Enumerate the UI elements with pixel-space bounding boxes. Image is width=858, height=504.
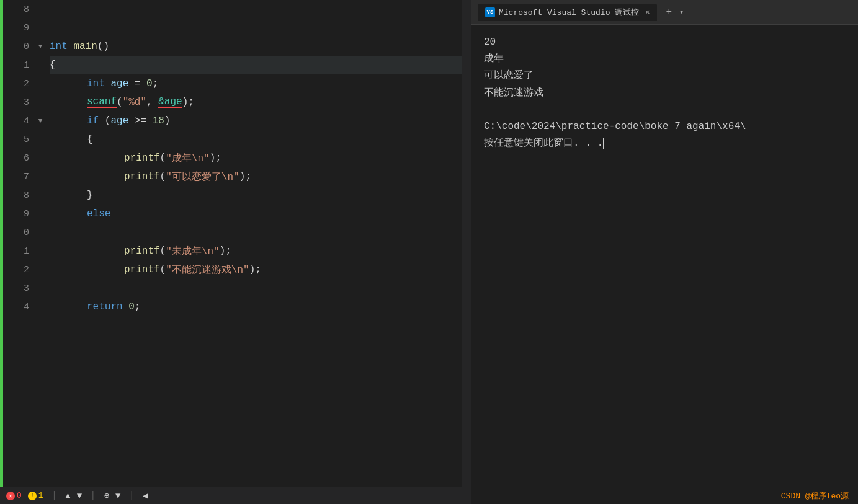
paren-if-close: ) (164, 115, 171, 126)
collapse-cell-12 (34, 205, 47, 223)
toolbar-divider-3: | (129, 490, 135, 502)
collapse-column: ▼ ▼ (34, 0, 47, 487)
num-zero-return: 0 (128, 301, 135, 312)
output-line-5 (484, 102, 846, 118)
collapse-arrow-if[interactable]: ▼ (34, 112, 47, 130)
brace-if-open: { (87, 134, 93, 145)
code-content: 8 9 0 1 2 3 4 5 6 7 8 9 0 1 2 3 4 (0, 0, 471, 487)
scroll-left-btn[interactable]: ◀ (143, 490, 148, 501)
line-num-7: 7 (3, 167, 29, 186)
line-numbers: 8 9 0 1 2 3 4 5 6 7 8 9 0 1 2 3 4 (3, 0, 34, 487)
scroll-up-btn[interactable]: ▲ (65, 491, 70, 501)
str-chengnian: "成年\n" (166, 152, 209, 165)
paren-main: () (97, 41, 109, 52)
op-gte: >= (135, 115, 146, 126)
collapse-cell-16 (34, 279, 47, 298)
line-num-1: 1 (3, 56, 29, 74)
collapse-cell-8 (34, 130, 47, 149)
collapse-cell-13 (34, 223, 47, 242)
output-line-1: 20 (484, 34, 846, 51)
tab-add-btn[interactable]: + (666, 7, 672, 18)
fn-printf-1: printf (124, 153, 160, 164)
line-num-2b: 2 (3, 260, 29, 279)
op-assign: = (135, 78, 141, 89)
collapse-cell-11 (34, 186, 47, 205)
bottom-toolbar: ✕ 0 ! 1 | ▲ ▼ | ⊕ ▼ | ◀ (0, 487, 471, 504)
keyword-if: if (87, 115, 99, 126)
paren-p3-open: ( (160, 245, 166, 257)
tab-close-btn[interactable]: ✕ (645, 7, 650, 17)
collapse-cell-4 (34, 56, 47, 74)
terminal-cursor (603, 138, 604, 149)
code-line-printf-2: printf("可以恋爱了\n"); (50, 167, 462, 186)
str-game: "不能沉迷游戏\n" (166, 263, 249, 276)
code-editor: 8 9 0 1 2 3 4 5 6 7 8 9 0 1 2 3 4 (0, 0, 471, 504)
line-num-4b: 4 (3, 298, 29, 316)
code-line-else: else (50, 205, 462, 223)
code-line-open-brace-main: { (50, 56, 462, 74)
line-num-4: 4 (3, 112, 29, 130)
line-num-5: 5 (3, 130, 29, 149)
vs-icon-text: VS (487, 9, 494, 15)
paren-scanf-close: ); (182, 97, 194, 108)
warning-icon: ! (28, 492, 37, 500)
function-name-main: main (73, 41, 97, 52)
tab-dropdown-btn[interactable]: ▾ (679, 7, 684, 17)
output-line-2: 成年 (484, 51, 846, 68)
line-num-9b: 9 (3, 205, 29, 223)
line-num-8b: 8 (3, 186, 29, 205)
paren-p2-open: ( (160, 171, 166, 182)
paren-p4-open: ( (160, 264, 166, 275)
keyword-return: return (87, 301, 123, 312)
line-num-3: 3 (3, 93, 29, 112)
terminal-tab[interactable]: VS Microsoft Visual Studio 调试控 ✕ (478, 4, 657, 21)
collapse-arrow-main[interactable]: ▼ (34, 37, 47, 56)
str-format: "%d" (123, 97, 146, 108)
collapse-cell-15 (34, 260, 47, 279)
paren-p1-open: ( (160, 153, 166, 164)
filter-btn[interactable]: ⊕ (104, 490, 109, 501)
filter-arrow-btn[interactable]: ▼ (115, 491, 120, 501)
vs-icon: VS (485, 7, 495, 17)
num-18: 18 (153, 115, 164, 126)
toolbar-divider-1: | (51, 490, 58, 502)
collapse-cell-1 (34, 0, 47, 19)
code-line-empty-3 (50, 279, 462, 298)
warning-badge: ! 1 (28, 491, 43, 500)
scroll-down-btn[interactable]: ▼ (77, 491, 82, 501)
line-num-3b: 3 (3, 279, 29, 298)
code-line-main-decl: int main() (50, 37, 462, 56)
branding-bar: CSDN @程序leo源 (471, 487, 858, 504)
collapse-cell-14 (34, 242, 47, 260)
semi-return: ; (135, 301, 141, 312)
output-line-4: 不能沉迷游戏 (484, 85, 846, 102)
paren-p2-close: ); (239, 171, 251, 182)
code-line-return: return 0; (50, 298, 462, 316)
code-line-printf-4: printf("不能沉迷游戏\n"); (50, 260, 462, 279)
line-num-9: 9 (3, 19, 29, 37)
amp-age: &age (158, 96, 182, 108)
line-num-6: 6 (3, 149, 29, 167)
collapse-cell-5 (34, 74, 47, 93)
warning-count: 1 (38, 491, 43, 500)
terminal-tab-label: Microsoft Visual Studio 调试控 (499, 7, 639, 18)
terminal-content: 20 成年 可以恋爱了 不能沉迷游戏 C:\code\2024\practice… (471, 25, 858, 487)
collapse-cell-10 (34, 167, 47, 186)
paren-p3-close: ); (220, 245, 231, 257)
code-line-printf-3: printf("未成年\n"); (50, 242, 462, 260)
brace-if-close: } (87, 190, 93, 201)
collapse-cell-2 (34, 19, 47, 37)
editor-scrollbar[interactable] (462, 0, 471, 487)
collapse-cell-6 (34, 93, 47, 112)
main-area: 8 9 0 1 2 3 4 5 6 7 8 9 0 1 2 3 4 (0, 0, 858, 504)
code-line-if-brace: { (50, 130, 462, 149)
brace-open-main: { (50, 60, 56, 71)
line-num-2: 2 (3, 74, 29, 93)
output-prompt-line: 按任意键关闭此窗口. . . (484, 135, 846, 152)
code-line-int-age: int age = 0; (50, 74, 462, 93)
paren-if-open: ( (105, 115, 111, 126)
code-lines: int main() { int age = 0; scanf("%d", &a… (47, 0, 462, 487)
branding-text: CSDN @程序leo源 (781, 490, 849, 502)
terminal-header: VS Microsoft Visual Studio 调试控 ✕ + ▾ (471, 0, 858, 25)
var-age-2: age (110, 115, 128, 126)
